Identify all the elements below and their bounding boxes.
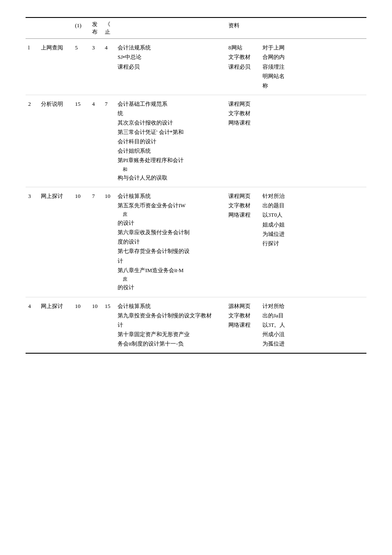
row2-stop: 7 xyxy=(102,99,115,183)
header-col4: 发 布 xyxy=(89,20,102,37)
row2-note xyxy=(260,99,366,183)
header-col6 xyxy=(115,20,226,37)
row2-score: 15 xyxy=(72,99,89,183)
header-col5: 《 止 xyxy=(102,20,115,37)
row4-pub: 10 xyxy=(89,301,102,349)
header-col2 xyxy=(38,20,72,37)
row4-score: 10 xyxy=(72,301,89,349)
row3-content: 会计核算系统 第五泵先币资金业务会计IW 庶 的设计 第六章应收及预付业务会计制… xyxy=(115,191,226,293)
row1-num: l xyxy=(26,42,38,91)
table-row: 3 网上探讨 10 7 10 会计核算系统 第五泵先币资金业务会计IW 庶 的设… xyxy=(26,187,366,297)
row2-content: 会计基础工作规范系 统 其次京会计报收的设计 第三常会计凭证' 会计*第和 会计… xyxy=(115,99,226,183)
table-header: (1) 发 布 《 止 资料 xyxy=(26,18,366,39)
row3-stop: 10 xyxy=(102,191,115,293)
header-col1 xyxy=(26,20,38,37)
row3-num: 3 xyxy=(26,191,38,293)
row1-note: 对于上网 合网的内 容须埋注 明网站名 称 xyxy=(260,42,366,91)
table-row: 2 分析说明 15 4 7 会计基础工作规范系 统 其次京会计报收的设计 第三常… xyxy=(26,95,366,187)
table-row: 4 网上探讨 10 10 15 会计核算系统 第九章投资业务会计制慢的设文字教材… xyxy=(26,297,366,353)
row1-type: 上网查阅 xyxy=(38,42,72,91)
row1-stop: 4 xyxy=(102,42,115,91)
row2-pub: 4 xyxy=(89,99,102,183)
row1-material: 8网站 文字教材 课程必贝 xyxy=(226,42,260,91)
row1-content: 会计法规系统 SJ•中总论 课程必贝 xyxy=(115,42,226,91)
row2-num: 2 xyxy=(26,99,38,183)
header-col3: (1) xyxy=(72,20,89,37)
page-container: (1) 发 布 《 止 资料 l 上网查阅 5 3 4 会计法规系统 SJ•中总… xyxy=(26,17,366,354)
row3-note: 针对所治 出的题目 以3T0人 姐成小姐 为城位进 行探讨 xyxy=(260,191,366,293)
row1-pub: 3 xyxy=(89,42,102,91)
row4-material: 源林网页 文字教材 网络课程 xyxy=(226,301,260,349)
row4-type: 网上探讨 xyxy=(38,301,72,349)
row1-score: 5 xyxy=(72,42,89,91)
row4-num: 4 xyxy=(26,301,38,349)
row3-type: 网上探讨 xyxy=(38,191,72,293)
header-col7: 资料 xyxy=(226,20,260,37)
header-col8 xyxy=(260,20,366,37)
row3-material: 课程网页 文字教材 网络课程 xyxy=(226,191,260,293)
row4-note: 计对所给 出的Ja目 以3T。人 州成小沮 为孤位进 xyxy=(260,301,366,349)
row4-stop: 15 xyxy=(102,301,115,349)
table-row: l 上网查阅 5 3 4 会计法规系统 SJ•中总论 课程必贝 8网站 文字教材… xyxy=(26,39,366,95)
row2-type: 分析说明 xyxy=(38,99,72,183)
row2-material: 课程网页 文字教材 网络课程 xyxy=(226,99,260,183)
row4-content: 会计核算系统 第九章投资业务会计制慢的设文字教材 计 第十章固定资产和无形资产业… xyxy=(115,301,226,349)
row3-pub: 7 xyxy=(89,191,102,293)
row3-score: 10 xyxy=(72,191,89,293)
